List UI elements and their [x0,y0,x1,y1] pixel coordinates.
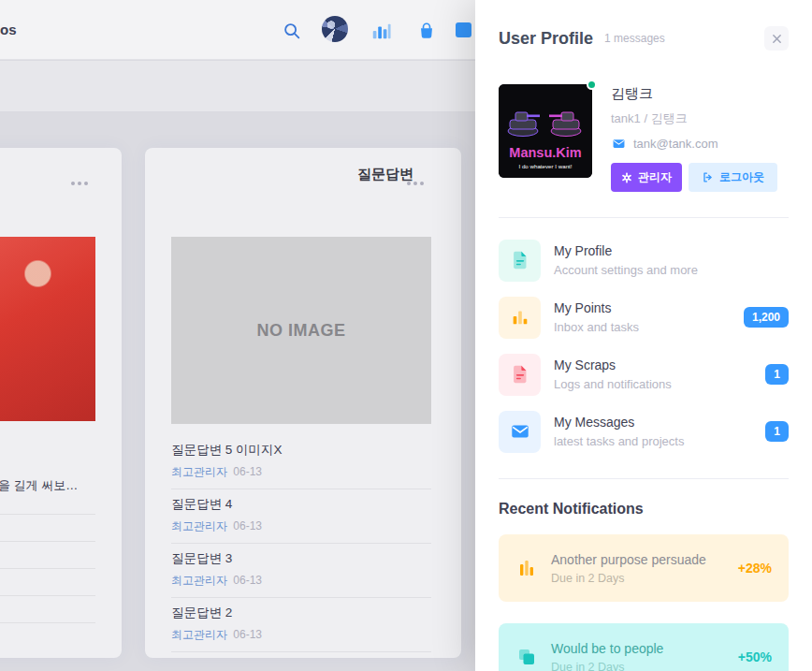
avatar[interactable]: Mansu.Kim I do whatever I want! [499,84,592,178]
menu-item-subtitle: Logs and notifications [554,377,672,391]
notification-card[interactable]: Another purpose persuade Due in 2 Days +… [499,534,789,602]
menu-item-text: My Profile Account settings and more [554,243,698,277]
notifications-heading: Recent Notifications [499,501,789,518]
logout-button[interactable]: 로그아웃 [689,163,777,192]
menu-item-title: My Profile [554,243,698,258]
gear-icon [621,172,632,183]
menu-item-subtitle: latest tasks and projects [554,434,684,448]
chart-icon [499,297,541,339]
logout-icon [702,171,714,183]
scraps-badge: 1 [765,364,789,385]
admin-button-label: 관리자 [638,169,672,185]
email-icon [611,137,627,151]
divider [499,478,789,479]
admin-button[interactable]: 관리자 [611,163,682,192]
menu-item-my-scraps[interactable]: My Scraps Logs and notifications 1 [499,353,789,396]
user-handle: tank1 / 김탱크 [611,110,777,127]
file-icon [499,354,541,396]
messages-count: 1 messages [604,32,665,45]
user-email[interactable]: tank@tank.com [633,137,718,151]
notification-delta: +28% [738,561,772,576]
panel-header: User Profile 1 messages [499,26,789,51]
avatar-text: Mansu.Kim [509,145,581,160]
profile-summary: Mansu.Kim I do whatever I want! 김탱크 tank… [499,84,789,192]
online-status-dot [587,80,597,90]
user-email-row: tank@tank.com [611,137,777,151]
menu-item-my-points[interactable]: My Points Inbox and tasks 1,200 [499,296,789,339]
modal-overlay[interactable] [0,0,475,671]
profile-menu: My Profile Account settings and more My … [499,239,789,453]
panel-title: User Profile [499,29,593,49]
menu-item-title: My Points [554,300,639,315]
notification-card[interactable]: Would be to people Due in 2 Days +50% [499,623,789,671]
close-button[interactable] [764,26,789,51]
user-name: 김탱크 [611,85,777,103]
copy-icon [515,646,538,668]
notification-due: Due in 2 Days [551,661,663,671]
profile-actions: 관리자 로그아웃 [611,163,777,192]
menu-item-title: My Messages [554,415,684,430]
notification-due: Due in 2 Days [551,572,706,585]
messages-badge: 1 [765,421,789,442]
user-info: 김탱크 tank1 / 김탱크 tank@tank.com 관리자 로그아웃 [611,84,777,192]
bars-icon [515,557,538,579]
notification-text: Would be to people Due in 2 Days [551,641,663,671]
divider [499,217,789,218]
mail-icon [499,411,541,453]
points-badge: 1,200 [744,307,789,328]
notification-title: Another purpose persuade [551,552,706,567]
logout-button-label: 로그아웃 [719,169,764,185]
notification-text: Another purpose persuade Due in 2 Days [551,552,706,585]
menu-item-my-profile[interactable]: My Profile Account settings and more [499,239,789,282]
menu-item-title: My Scraps [554,357,672,372]
menu-item-subtitle: Inbox and tasks [554,320,639,334]
menu-item-text: My Messages latest tasks and projects [554,415,684,448]
file-icon [499,240,541,282]
notification-title: Would be to people [551,641,663,656]
user-profile-panel: User Profile 1 messages [475,0,812,671]
menu-item-text: My Scraps Logs and notifications [554,357,672,391]
menu-item-subtitle: Account settings and more [554,263,698,277]
menu-item-my-messages[interactable]: My Messages latest tasks and projects 1 [499,410,789,453]
close-icon [772,34,782,44]
notification-delta: +50% [738,649,772,664]
menu-item-text: My Points Inbox and tasks [554,300,639,334]
avatar-tagline: I do whatever I want! [518,163,572,169]
screen: os 을 길게 써보… [0,0,812,671]
avatar-wrap: Mansu.Kim I do whatever I want! [499,84,592,178]
